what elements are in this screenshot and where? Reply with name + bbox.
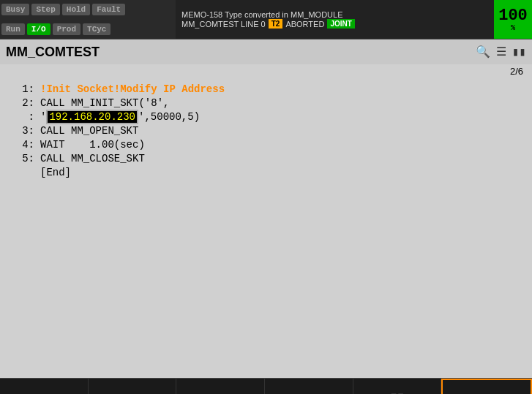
status-row-1: Busy Step Hold Fault bbox=[0, 0, 176, 20]
fault-badge: Fault bbox=[92, 4, 125, 15]
page-title: MM_COMTEST bbox=[6, 45, 100, 60]
list-icon: ☷ bbox=[390, 391, 405, 394]
t2-badge: T2 bbox=[269, 19, 283, 29]
line-code-cont: '192.168.20.230',50000,5) bbox=[40, 111, 200, 123]
comment-text: !Init Socket!Modify IP Address bbox=[40, 83, 225, 95]
menu-icon[interactable]: ☰ bbox=[496, 45, 506, 59]
code-line-1: 1: !Init Socket!Modify IP Address bbox=[9, 83, 523, 95]
choice-button[interactable]: ☷ [CHOICE] bbox=[353, 379, 442, 394]
code-area: 1: !Init Socket!Modify IP Address 2: CAL… bbox=[0, 78, 532, 290]
change-icon: ↻ bbox=[480, 391, 493, 394]
prod-badge: Prod bbox=[53, 23, 80, 35]
page-number: 2/6 bbox=[0, 64, 532, 78]
status-message: MEMO-158 Type converted in MM_MODULE MM_… bbox=[176, 0, 494, 39]
code-line-cont: : '192.168.20.230',50000,5) bbox=[9, 111, 523, 123]
status-bar: Busy Step Hold Fault Run I/O Prod TCyc M… bbox=[0, 0, 532, 39]
status-badges: Busy Step Hold Fault Run I/O Prod TCyc bbox=[0, 0, 176, 39]
change-button[interactable]: ↻ CHANGE bbox=[441, 379, 532, 394]
line-code-2: CALL MM_INIT_SKT('8', bbox=[40, 97, 169, 109]
step-badge: Step bbox=[31, 4, 59, 15]
code-line-5: 5: CALL MM_CLOSE_SKT bbox=[9, 153, 523, 164]
layout-icon[interactable]: ▮▮ bbox=[512, 45, 526, 59]
line-code-1: !Init Socket!Modify IP Address bbox=[40, 83, 225, 95]
code-line-2: 2: CALL MM_INIT_SKT('8', bbox=[9, 97, 523, 109]
io-badge: I/O bbox=[27, 23, 50, 35]
line-num-cont: : bbox=[9, 111, 34, 123]
gray-filler bbox=[0, 290, 532, 378]
code-line-end: [End] bbox=[9, 167, 523, 178]
status-line1: MEMO-158 Type converted in MM_MODULE bbox=[181, 10, 488, 19]
line-num-5: 5: bbox=[9, 153, 34, 164]
bottom-btn-2[interactable] bbox=[89, 379, 177, 394]
status-row-2: Run I/O Prod TCyc bbox=[0, 20, 176, 39]
hold-badge: Hold bbox=[62, 4, 90, 15]
line-num-4: 4: bbox=[9, 139, 34, 151]
status-line2: MM_COMTEST LINE 0 T2 ABORTED JOINT bbox=[181, 19, 488, 29]
percent-sign: % bbox=[511, 25, 515, 32]
title-icons: 🔍 ☰ ▮▮ bbox=[476, 45, 526, 59]
aborted-text: ABORTED bbox=[285, 20, 324, 29]
status-line2-prefix: MM_COMTEST LINE 0 bbox=[181, 20, 266, 29]
bottom-btn-3[interactable] bbox=[176, 379, 265, 394]
code-line-4: 4: WAIT 1.00(sec) bbox=[9, 139, 523, 151]
percent-value: 100 bbox=[498, 7, 528, 25]
joint-badge: JOINT bbox=[327, 19, 354, 29]
line-code-3: CALL MM_OPEN_SKT bbox=[40, 125, 138, 137]
bottom-btn-4[interactable] bbox=[265, 379, 353, 394]
zoom-in-icon[interactable]: 🔍 bbox=[476, 45, 490, 59]
line-code-end: [End] bbox=[40, 167, 71, 178]
title-bar: MM_COMTEST 🔍 ☰ ▮▮ bbox=[0, 39, 532, 64]
percent-box: 100 % bbox=[494, 0, 532, 39]
home-button[interactable] bbox=[0, 379, 89, 394]
line-code-4: WAIT 1.00(sec) bbox=[40, 139, 145, 151]
busy-badge: Busy bbox=[1, 4, 29, 15]
run-badge: Run bbox=[1, 23, 25, 35]
line-num-3: 3: bbox=[9, 125, 34, 137]
tcyc-badge: TCyc bbox=[83, 23, 110, 35]
bottom-bar: ☷ [CHOICE] ↻ CHANGE bbox=[0, 378, 532, 394]
code-line-3: 3: CALL MM_OPEN_SKT bbox=[9, 125, 523, 137]
line-code-5: CALL MM_CLOSE_SKT bbox=[40, 153, 145, 164]
line-num-2: 2: bbox=[9, 97, 34, 109]
ip-address: 192.168.20.230 bbox=[46, 110, 138, 124]
line-num-1: 1: bbox=[9, 83, 34, 95]
